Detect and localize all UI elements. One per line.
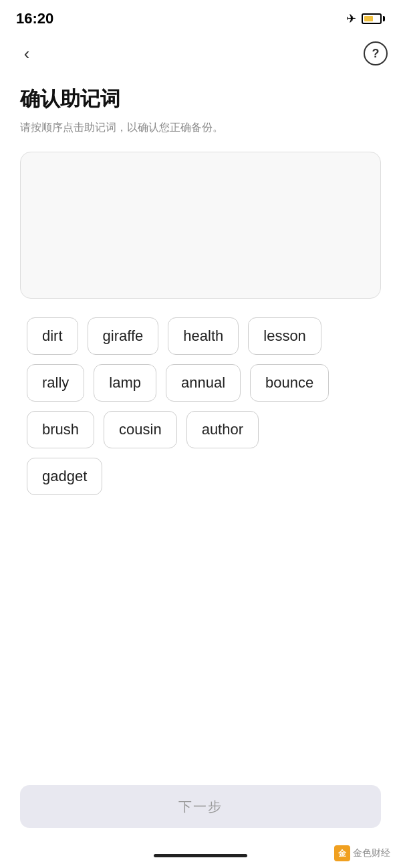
battery-body: [362, 13, 382, 24]
status-time: 16:20: [16, 10, 53, 27]
word-chip[interactable]: author: [186, 411, 259, 448]
word-chip[interactable]: brush: [27, 411, 94, 448]
word-chip[interactable]: giraffe: [88, 317, 159, 355]
word-chip[interactable]: bounce: [250, 364, 329, 402]
status-bar: 16:20 ✈: [0, 0, 401, 35]
word-chip[interactable]: dirt: [27, 317, 78, 355]
word-chip[interactable]: rally: [27, 364, 84, 402]
watermark: 金 金色财经: [334, 845, 390, 861]
help-button[interactable]: ?: [364, 41, 388, 65]
word-chip[interactable]: cousin: [104, 411, 177, 448]
watermark-logo: 金: [334, 845, 350, 861]
words-row-3: brushcousinauthor: [27, 411, 374, 448]
back-button[interactable]: ‹: [13, 40, 40, 67]
words-grid: dirtgiraffehealthlesson rallylampannualb…: [20, 317, 381, 495]
watermark-text: 金色财经: [353, 847, 390, 859]
selection-area: [20, 152, 381, 299]
word-chip[interactable]: health: [168, 317, 239, 355]
home-indicator: [154, 854, 247, 857]
page-subtitle: 请按顺序点击助记词，以确认您正确备份。: [20, 120, 381, 136]
words-row-2: rallylampannualbounce: [27, 364, 374, 402]
word-chip[interactable]: lesson: [248, 317, 321, 355]
battery-fill: [364, 16, 373, 21]
words-row-1: dirtgiraffehealthlesson: [27, 317, 374, 355]
word-chip[interactable]: annual: [166, 364, 241, 402]
airplane-icon: ✈: [346, 11, 356, 26]
page-title: 确认助记词: [20, 86, 381, 113]
main-content: 确认助记词 请按顺序点击助记词，以确认您正确备份。 dirtgiraffehea…: [0, 72, 401, 495]
next-button[interactable]: 下一步: [20, 785, 381, 828]
words-row-4: gadget: [27, 458, 374, 495]
word-chip[interactable]: lamp: [94, 364, 156, 402]
battery-tip: [383, 16, 385, 21]
status-icons: ✈: [346, 11, 385, 26]
battery-icon: [362, 13, 385, 24]
nav-bar: ‹ ?: [0, 35, 401, 72]
bottom-area: 下一步: [20, 785, 381, 828]
word-chip[interactable]: gadget: [27, 458, 102, 495]
watermark-logo-text: 金: [338, 848, 346, 859]
